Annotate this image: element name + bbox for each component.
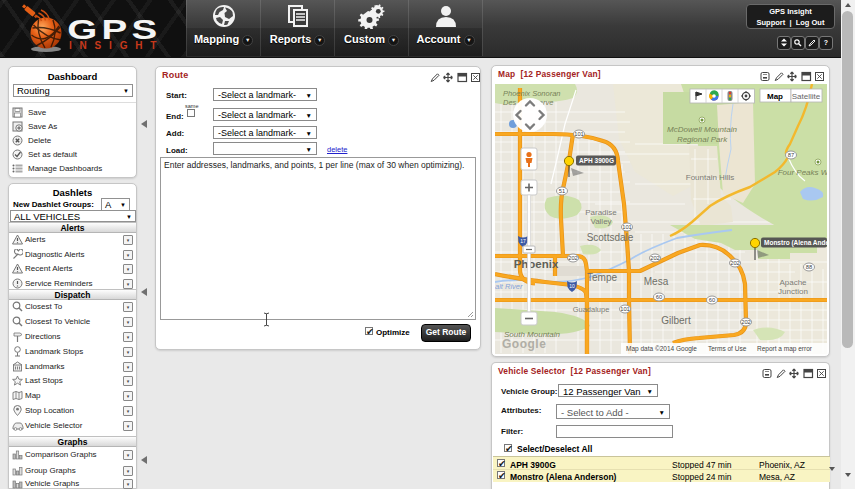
svg-text:88: 88: [806, 264, 812, 270]
svg-text:Phoenix: Phoenix: [514, 258, 559, 270]
svg-text:Map: Map: [767, 92, 783, 101]
svg-text:McDowell Mountain: McDowell Mountain: [667, 125, 737, 134]
svg-text:202: 202: [730, 260, 740, 266]
svg-text:101: 101: [574, 131, 584, 137]
svg-text:Apache: Apache: [779, 278, 807, 287]
svg-text:51: 51: [559, 188, 565, 194]
svg-text:Des: Des: [503, 98, 517, 107]
svg-text:Gilbert: Gilbert: [661, 315, 691, 326]
svg-text:Google: Google: [502, 337, 546, 351]
svg-text:Terms of Use: Terms of Use: [708, 345, 747, 352]
svg-text:Valley: Valley: [590, 217, 611, 226]
svg-text:60: 60: [709, 297, 715, 303]
svg-text:Four Peaks W: Four Peaks W: [778, 168, 827, 177]
svg-text:Satellite: Satellite: [792, 92, 821, 101]
svg-text:87: 87: [788, 152, 794, 158]
svg-text:Scottsdale: Scottsdale: [587, 232, 634, 243]
svg-text:Junction: Junction: [778, 287, 808, 296]
svg-text:202: 202: [741, 319, 751, 325]
svg-text:202: 202: [650, 255, 660, 261]
svg-text:Tempe: Tempe: [587, 272, 617, 283]
svg-text:10: 10: [569, 283, 575, 289]
svg-text:Report a map error: Report a map error: [757, 345, 813, 353]
svg-text:Monstro (Alena Ande: Monstro (Alena Ande: [764, 239, 827, 247]
svg-text:101: 101: [622, 224, 632, 230]
svg-text:202: 202: [568, 255, 578, 261]
svg-text:Fountain Hills: Fountain Hills: [686, 173, 734, 182]
svg-text:17: 17: [520, 238, 526, 244]
svg-text:Phoenix Sonoran: Phoenix Sonoran: [503, 89, 561, 98]
svg-text:Mesa: Mesa: [644, 276, 669, 287]
svg-text:60: 60: [656, 294, 662, 300]
svg-text:Map data ©2014 Google: Map data ©2014 Google: [626, 345, 697, 353]
svg-text:Regional Park: Regional Park: [677, 135, 728, 144]
svg-text:alt River: alt River: [495, 282, 523, 291]
svg-text:Guadalupe: Guadalupe: [573, 305, 610, 314]
svg-text:101: 101: [620, 306, 630, 312]
svg-text:INSIGHT: INSIGHT: [69, 40, 164, 51]
svg-text:Paradise: Paradise: [585, 208, 617, 217]
svg-text:APH 3900G: APH 3900G: [579, 157, 614, 164]
